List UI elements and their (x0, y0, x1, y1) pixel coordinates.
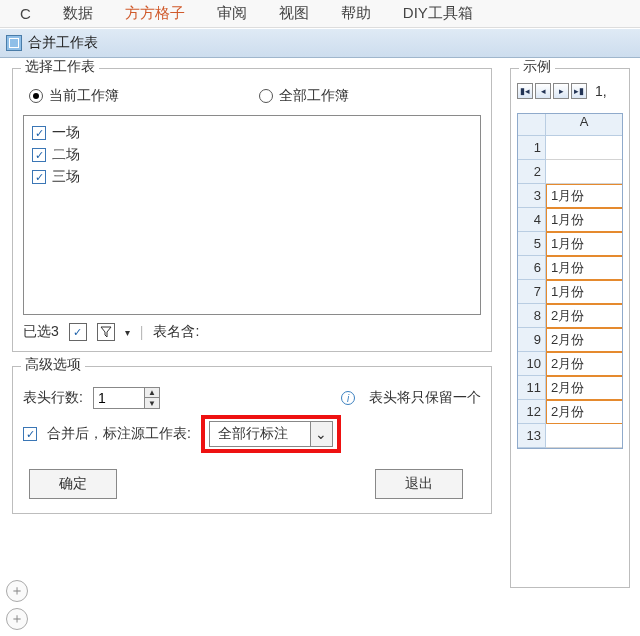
corner-cell (518, 114, 546, 136)
menu-help[interactable]: 帮助 (325, 4, 387, 23)
table-row: 2 (518, 160, 622, 184)
col-header-a: A (546, 114, 622, 136)
cell: 2月份 (546, 400, 622, 424)
cell: 2月份 (546, 376, 622, 400)
group-title-advanced: 高级选项 (21, 356, 85, 374)
table-row: 102月份 (518, 352, 622, 376)
cell: 2月份 (546, 328, 622, 352)
add-button[interactable]: ＋ (6, 608, 28, 630)
nav-prev-icon[interactable]: ◂ (535, 83, 551, 99)
list-item[interactable]: 三场 (32, 166, 472, 188)
table-row: 13 (518, 424, 622, 448)
menu-diy[interactable]: DIY工具箱 (387, 4, 489, 23)
table-row: 122月份 (518, 400, 622, 424)
source-mode-combo[interactable]: 全部行标注 ⌄ (209, 421, 333, 447)
menu-review[interactable]: 审阅 (201, 4, 263, 23)
table-row: 41月份 (518, 208, 622, 232)
cell: 1月份 (546, 184, 622, 208)
chevron-down-icon[interactable]: ▾ (125, 327, 130, 338)
list-item[interactable]: 二场 (32, 144, 472, 166)
radio-dot-icon (259, 89, 273, 103)
list-item[interactable]: 一场 (32, 122, 472, 144)
checkbox-icon[interactable] (32, 126, 46, 140)
header-rows-label: 表头行数: (23, 389, 83, 407)
dialog-title: 合并工作表 (28, 34, 98, 52)
row-header: 4 (518, 208, 546, 232)
table-row: 1 (518, 136, 622, 160)
checkbox-icon[interactable] (32, 148, 46, 162)
menu-data[interactable]: 数据 (47, 4, 109, 23)
row-header: 11 (518, 376, 546, 400)
combo-value: 全部行标注 (210, 425, 310, 443)
group-title-example: 示例 (519, 58, 555, 76)
table-row: 61月份 (518, 256, 622, 280)
toggle-all-checkbox-icon[interactable] (69, 323, 87, 341)
spin-up-icon[interactable]: ▲ (145, 388, 159, 398)
list-statusbar: 已选3 ▾ | 表名含: (23, 323, 481, 341)
merge-after-checkbox[interactable] (23, 427, 37, 441)
table-row: 92月份 (518, 328, 622, 352)
filter-icon[interactable] (97, 323, 115, 341)
selected-count: 已选3 (23, 323, 59, 341)
group-title-select: 选择工作表 (21, 58, 99, 76)
name-contains-label: 表名含: (153, 323, 199, 341)
info-icon: i (341, 391, 355, 405)
row-header: 1 (518, 136, 546, 160)
row-header: 9 (518, 328, 546, 352)
cell (546, 424, 622, 448)
menu-fangfang[interactable]: 方方格子 (109, 4, 201, 23)
table-row: 51月份 (518, 232, 622, 256)
nav-last-icon[interactable]: ▸▮ (571, 83, 587, 99)
cell: 1月份 (546, 280, 622, 304)
example-sheet: A 1231月份41月份51月份61月份71月份82月份92月份102月份112… (517, 113, 623, 449)
radio-current-workbook[interactable]: 当前工作簿 (29, 87, 119, 105)
menu-c[interactable]: C (4, 5, 47, 22)
row-header: 5 (518, 232, 546, 256)
nav-next-icon[interactable]: ▸ (553, 83, 569, 99)
dialog-titlebar: 合并工作表 (0, 28, 640, 58)
radio-dot-icon (29, 89, 43, 103)
cancel-button[interactable]: 退出 (375, 469, 463, 499)
row-header: 12 (518, 400, 546, 424)
table-row: 71月份 (518, 280, 622, 304)
checkbox-icon[interactable] (32, 170, 46, 184)
radio-label-current: 当前工作簿 (49, 87, 119, 105)
cell: 1月份 (546, 256, 622, 280)
row-header: 13 (518, 424, 546, 448)
cell: 2月份 (546, 304, 622, 328)
header-rows-spinner[interactable]: ▲ ▼ (93, 387, 160, 409)
cell: 2月份 (546, 352, 622, 376)
nav-first-icon[interactable]: ▮◂ (517, 83, 533, 99)
radio-label-all: 全部工作簿 (279, 87, 349, 105)
add-button[interactable]: ＋ (6, 580, 28, 602)
nav-text: 1, (595, 83, 607, 99)
select-sheets-group: 选择工作表 当前工作簿 全部工作簿 一场 二场 (12, 68, 492, 352)
menubar: C 数据 方方格子 审阅 视图 帮助 DIY工具箱 (0, 0, 640, 28)
sheet-listbox[interactable]: 一场 二场 三场 (23, 115, 481, 315)
cell (546, 160, 622, 184)
table-row: 112月份 (518, 376, 622, 400)
app-icon (6, 35, 22, 51)
table-row: 82月份 (518, 304, 622, 328)
row-header: 10 (518, 352, 546, 376)
spin-down-icon[interactable]: ▼ (145, 398, 159, 408)
list-item-label: 三场 (52, 168, 80, 186)
merge-after-label: 合并后，标注源工作表: (47, 425, 191, 443)
row-header: 6 (518, 256, 546, 280)
cell: 1月份 (546, 232, 622, 256)
advanced-options-group: 高级选项 表头行数: ▲ ▼ i 表头将只保留一个 合并后，标注源工作表: (12, 366, 492, 514)
example-navbar: ▮◂ ◂ ▸ ▸▮ 1, (517, 83, 623, 99)
row-header: 8 (518, 304, 546, 328)
menu-view[interactable]: 视图 (263, 4, 325, 23)
header-tip: 表头将只保留一个 (369, 389, 481, 407)
table-row: 31月份 (518, 184, 622, 208)
radio-all-workbooks[interactable]: 全部工作簿 (259, 87, 349, 105)
list-item-label: 二场 (52, 146, 80, 164)
example-group: 示例 ▮◂ ◂ ▸ ▸▮ 1, A 1231月份41月份51月份61月份71月份… (510, 68, 630, 588)
list-item-label: 一场 (52, 124, 80, 142)
cell (546, 136, 622, 160)
ok-button[interactable]: 确定 (29, 469, 117, 499)
chevron-down-icon[interactable]: ⌄ (310, 422, 332, 446)
row-header: 2 (518, 160, 546, 184)
header-rows-input[interactable] (94, 388, 144, 408)
